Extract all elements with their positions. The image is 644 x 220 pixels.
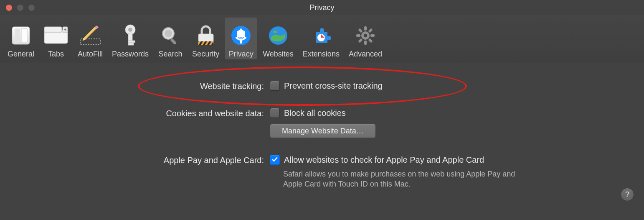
svg-rect-35 — [364, 41, 367, 45]
row-cookies: Cookies and website data: Block all cook… — [0, 108, 644, 138]
preferences-toolbar: General Tabs AutoFill — [0, 15, 644, 62]
block-all-cookies-checkbox[interactable] — [270, 108, 280, 118]
row-website-tracking: Website tracking: Prevent cross-site tra… — [0, 81, 644, 91]
general-icon — [10, 24, 31, 47]
svg-rect-39 — [358, 38, 363, 43]
apple-pay-label: Apple Pay and Apple Card: — [0, 155, 264, 165]
toolbar-label: Advanced — [349, 50, 382, 59]
apple-pay-check-checkbox[interactable] — [270, 155, 280, 165]
svg-rect-37 — [370, 34, 375, 37]
toolbar-label: AutoFill — [78, 50, 103, 59]
toolbar-tab-passwords[interactable]: Passwords — [109, 18, 152, 59]
apple-pay-check-label: Allow websites to check for Apple Pay an… — [284, 155, 484, 165]
toolbar-tab-extensions[interactable]: Extensions — [299, 18, 343, 59]
block-all-cookies-label: Block all cookies — [284, 108, 346, 118]
security-icon — [197, 24, 215, 47]
toolbar-label: Extensions — [303, 50, 340, 59]
window-zoom-button[interactable] — [28, 5, 35, 11]
block-all-cookies-option[interactable]: Block all cookies — [270, 108, 376, 118]
svg-rect-40 — [358, 28, 363, 33]
toolbar-label: Security — [192, 50, 219, 59]
svg-point-28 — [273, 31, 277, 33]
window-close-button[interactable] — [6, 5, 12, 11]
toolbar-tab-advanced[interactable]: Advanced — [345, 18, 385, 59]
toolbar-tab-search[interactable]: Search — [155, 18, 186, 59]
toolbar-tab-privacy[interactable]: Privacy — [225, 18, 257, 59]
svg-rect-34 — [364, 26, 367, 31]
svg-rect-26 — [240, 38, 242, 43]
passwords-icon — [122, 24, 139, 47]
manage-website-data-label: Manage Website Data… — [282, 127, 364, 136]
privacy-pane: Website tracking: Prevent cross-site tra… — [0, 62, 644, 189]
help-button[interactable]: ? — [621, 188, 634, 201]
svg-point-33 — [364, 34, 367, 37]
cookies-label: Cookies and website data: — [0, 108, 264, 118]
window-minimize-button[interactable] — [17, 5, 23, 11]
toolbar-label: Tabs — [48, 50, 64, 59]
toolbar-label: Websites — [263, 50, 294, 59]
toolbar-tab-websites[interactable]: Websites — [259, 18, 297, 59]
svg-rect-1 — [15, 28, 20, 43]
svg-rect-16 — [128, 43, 134, 45]
toolbar-tab-autofill[interactable]: AutoFill — [74, 18, 106, 59]
manage-website-data-button[interactable]: Manage Website Data… — [270, 124, 376, 138]
svg-rect-2 — [21, 28, 27, 43]
apple-pay-hint: Safari allows you to make purchases on t… — [283, 169, 525, 189]
tabs-icon — [43, 24, 68, 47]
prevent-cross-site-tracking-label: Prevent cross-site tracking — [284, 81, 383, 91]
svg-rect-4 — [44, 27, 62, 33]
extensions-icon — [311, 24, 332, 47]
toolbar-label: Privacy — [229, 50, 254, 59]
toolbar-label: General — [8, 50, 34, 59]
prevent-cross-site-tracking-option[interactable]: Prevent cross-site tracking — [270, 81, 383, 91]
search-icon — [160, 24, 181, 47]
svg-rect-22 — [198, 41, 213, 45]
titlebar: Privacy — [0, 0, 644, 15]
website-tracking-label: Website tracking: — [0, 81, 264, 91]
autofill-icon — [79, 24, 102, 47]
apple-pay-check-option[interactable]: Allow websites to check for Apple Pay an… — [270, 155, 525, 165]
window-title: Privacy — [309, 3, 334, 12]
toolbar-tab-security[interactable]: Security — [189, 18, 223, 59]
traffic-lights — [6, 5, 35, 11]
privacy-icon — [231, 24, 251, 47]
svg-rect-41 — [368, 38, 373, 43]
row-apple-pay: Apple Pay and Apple Card: Allow websites… — [0, 155, 644, 189]
websites-icon — [268, 24, 289, 47]
svg-rect-38 — [368, 28, 373, 33]
toolbar-label: Search — [159, 50, 183, 59]
toolbar-label: Passwords — [112, 50, 149, 59]
svg-rect-15 — [128, 41, 135, 43]
svg-point-13 — [128, 28, 132, 32]
toolbar-tab-tabs[interactable]: Tabs — [40, 18, 72, 59]
advanced-icon — [355, 24, 376, 47]
svg-marker-9 — [83, 26, 97, 41]
help-icon: ? — [625, 190, 629, 199]
svg-point-18 — [165, 30, 172, 37]
prevent-cross-site-tracking-checkbox[interactable] — [270, 81, 280, 91]
svg-rect-36 — [356, 34, 360, 37]
toolbar-tab-general[interactable]: General — [4, 18, 38, 59]
